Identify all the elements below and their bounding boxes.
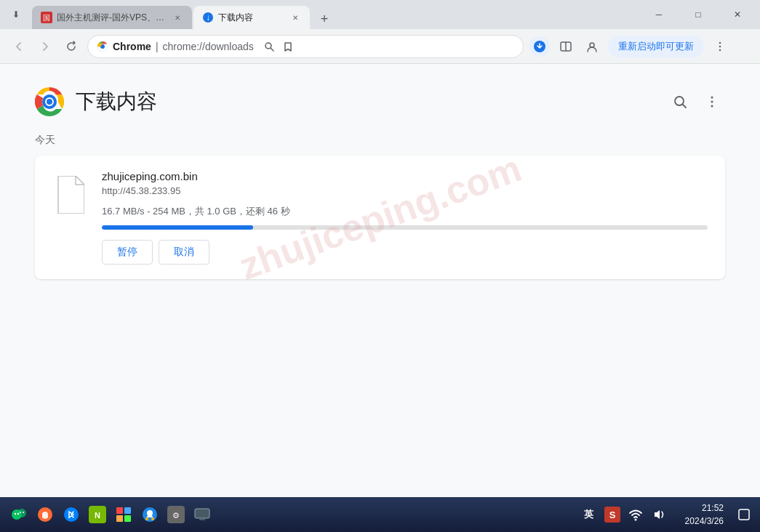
svg-point-22	[711, 105, 713, 108]
svg-line-19	[683, 105, 686, 108]
address-bar-input[interactable]: Chrome | chrome://downloads	[87, 35, 524, 58]
svg-text:⚙: ⚙	[172, 511, 180, 520]
svg-rect-43	[195, 509, 209, 518]
svg-point-39	[145, 517, 148, 520]
clock-time: 21:52	[685, 501, 724, 515]
qq-icon[interactable]	[140, 504, 160, 525]
downloads-page: 下载内容 今天 zhujiceping.com zhujiceping.com.…	[0, 64, 760, 497]
tab-2-title: 下载内容	[218, 12, 285, 24]
tab-1-close[interactable]: ✕	[172, 12, 183, 23]
address-text: Chrome | chrome://downloads	[113, 41, 254, 52]
close-button[interactable]: ✕	[721, 3, 754, 26]
address-separator: |	[156, 41, 159, 52]
pause-button[interactable]: 暂停	[102, 240, 153, 265]
notification-button[interactable]	[734, 504, 754, 525]
svg-point-12	[719, 41, 721, 43]
chrome-menu-btn[interactable]: ⬇	[6, 4, 26, 25]
svg-point-24	[17, 509, 26, 517]
svg-rect-49	[739, 509, 749, 520]
language-icon[interactable]: 英	[579, 504, 599, 525]
download-url: http://45.38.233.95	[102, 185, 708, 196]
more-actions-button[interactable]	[699, 89, 725, 115]
search-lens-icon[interactable]	[261, 39, 277, 55]
nvidia-icon[interactable]: N	[87, 504, 108, 525]
svg-point-27	[20, 512, 21, 513]
chrome-menu-icon[interactable]	[710, 36, 730, 57]
chrome-label: Chrome	[113, 41, 151, 52]
volume-icon[interactable]	[649, 504, 669, 525]
section-label: 今天	[35, 134, 725, 147]
chrome-logo-large	[35, 87, 64, 116]
tab-1[interactable]: 国 国外主机测评-国外VPS、国... ✕	[32, 6, 192, 29]
page-header-left: 下载内容	[35, 87, 157, 116]
reload-button[interactable]	[61, 36, 81, 57]
tab-1-title: 国外主机测评-国外VPS、国...	[57, 12, 167, 24]
tiles-icon[interactable]	[113, 504, 134, 525]
download-area: zhujiceping.com zhujiceping.com.bin http…	[35, 156, 725, 279]
tab-1-favicon: 国	[41, 12, 52, 23]
page-header: 下载内容	[35, 87, 725, 116]
svg-point-48	[634, 519, 636, 521]
split-screen-icon[interactable]	[556, 36, 576, 57]
svg-text:国: 国	[43, 14, 50, 22]
taskbar: N ⚙ 英 S 21:52	[0, 497, 760, 532]
download-status-icon[interactable]	[529, 36, 550, 57]
page-title: 下载内容	[76, 88, 157, 116]
svg-point-26	[17, 513, 19, 515]
svg-rect-33	[116, 507, 123, 514]
cancel-button[interactable]: 取消	[159, 240, 209, 265]
monitor-icon[interactable]	[192, 504, 212, 525]
titlebar: ⬇ 国 国外主机测评-国外VPS、国... ✕ ↓ 下载内容 ✕	[0, 0, 760, 29]
wechat-icon[interactable]	[9, 504, 29, 525]
svg-point-28	[23, 512, 24, 513]
svg-point-14	[719, 49, 721, 50]
progress-bar-fill	[102, 225, 253, 230]
window-controls-left: ⬇	[6, 4, 26, 25]
search-button[interactable]	[667, 89, 693, 115]
back-button[interactable]	[9, 36, 29, 57]
download-info: zhujiceping.com.bin http://45.38.233.95 …	[102, 170, 708, 265]
bookmark-icon[interactable]	[280, 39, 296, 55]
svg-text:↓: ↓	[206, 12, 210, 23]
tab-2-favicon: ↓	[202, 12, 214, 23]
wps-icon[interactable]: S	[602, 504, 623, 525]
taskbar-icons: N ⚙	[6, 504, 569, 525]
update-button[interactable]: 重新启动即可更新	[608, 36, 704, 57]
new-tab-button[interactable]: +	[314, 9, 335, 29]
window-controls-right: ─ □ ✕	[642, 3, 754, 26]
tab-strip: 国 国外主机测评-国外VPS、国... ✕ ↓ 下载内容 ✕ +	[32, 0, 633, 29]
svg-point-40	[151, 517, 154, 520]
file-icon	[52, 173, 87, 217]
address-actions	[261, 39, 296, 55]
tab-2-close[interactable]: ✕	[289, 12, 301, 23]
chrome-logo-icon	[97, 41, 108, 52]
page-header-actions	[667, 89, 725, 115]
address-url: chrome://downloads	[163, 41, 254, 52]
svg-rect-35	[116, 515, 123, 522]
svg-point-17	[47, 99, 52, 105]
svg-rect-34	[124, 507, 131, 514]
addressbar: Chrome | chrome://downloads 重新启动即可更新	[0, 29, 760, 64]
maximize-button[interactable]: □	[681, 3, 715, 26]
svg-point-21	[711, 101, 713, 103]
bluetooth-icon[interactable]	[61, 504, 81, 525]
wifi-icon[interactable]	[625, 504, 646, 525]
progress-bar-track	[102, 225, 708, 230]
svg-point-18	[675, 97, 684, 105]
minimize-button[interactable]: ─	[642, 3, 676, 26]
svg-point-11	[590, 43, 594, 47]
tab-2[interactable]: ↓ 下载内容 ✕	[193, 6, 310, 29]
app1-icon[interactable]: ⚙	[166, 504, 186, 525]
music-icon[interactable]	[35, 504, 55, 525]
system-clock[interactable]: 21:52 2024/3/26	[679, 501, 729, 528]
taskbar-tray: 英 S	[573, 504, 675, 525]
clock-date: 2024/3/26	[685, 515, 724, 528]
forward-button[interactable]	[35, 36, 55, 57]
svg-text:S: S	[609, 509, 615, 520]
download-filename: zhujiceping.com.bin	[102, 170, 708, 182]
svg-rect-44	[199, 519, 205, 520]
download-actions: 暂停 取消	[102, 240, 708, 265]
svg-point-6	[265, 43, 271, 49]
profile-icon[interactable]	[582, 36, 602, 57]
svg-point-25	[15, 513, 16, 515]
